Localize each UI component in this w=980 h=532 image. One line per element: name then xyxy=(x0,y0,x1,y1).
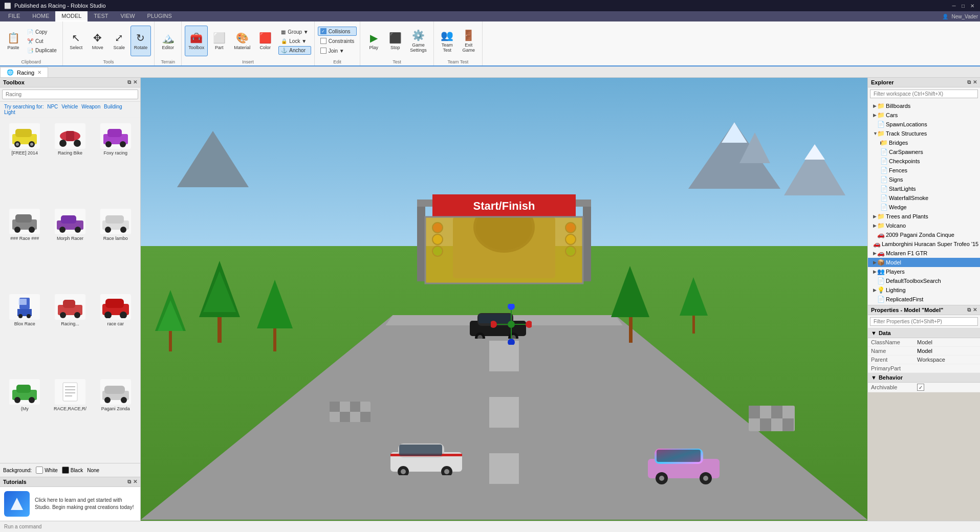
tree-item-volcano[interactable]: ▶ 📁 Volcano xyxy=(868,221,980,230)
tree-item-trees-and-plants[interactable]: ▶ 📁 Trees and Plants xyxy=(868,212,980,221)
explorer-filter-input[interactable] xyxy=(870,90,978,98)
tab-plugins[interactable]: PLUGINS xyxy=(141,11,178,21)
tree-item-spawnlocations[interactable]: 📄 SpawnLocations xyxy=(868,120,980,129)
tab-test[interactable]: TEST xyxy=(88,11,114,21)
tree-item-lamborghini-huracan-super-trofeo-'15[interactable]: 🚗 Lamborghini Huracan Super Trofeo '15 xyxy=(868,239,980,249)
tree-item-billboards[interactable]: ▶ 📁 Billboards xyxy=(868,101,980,110)
filter-light[interactable]: Light xyxy=(4,109,15,115)
tree-item-track-structures[interactable]: ▼ 📁 Track Structures xyxy=(868,129,980,138)
expand-3[interactable]: ▼ xyxy=(870,131,877,136)
expand-18[interactable]: ▶ xyxy=(870,269,877,274)
tab-close-button[interactable]: ✕ xyxy=(37,70,41,75)
tree-item-carspawners[interactable]: 📄 CarSpawners xyxy=(868,147,980,157)
terrain-editor-button[interactable]: 🏔️ Editor xyxy=(158,26,178,56)
move-button[interactable]: ✥ Move xyxy=(88,26,108,56)
explorer-popout-button[interactable]: ⧉ xyxy=(967,79,971,85)
expand-12[interactable]: ▶ xyxy=(870,214,877,219)
expand-20[interactable]: ▶ xyxy=(870,287,877,293)
exit-game-button[interactable]: 🚪 ExitGame xyxy=(459,26,479,56)
tutorials-popout-button[interactable]: ⧉ xyxy=(127,479,131,485)
prop-name-input[interactable] xyxy=(917,348,977,354)
game-settings-button[interactable]: ⚙️ GameSettings xyxy=(406,26,430,56)
toolbox-item-2[interactable]: Foxy racing xyxy=(94,121,137,204)
properties-close-button[interactable]: ✕ xyxy=(973,307,977,313)
expand-17[interactable]: ▶ xyxy=(870,260,877,265)
expand-16[interactable]: ▶ xyxy=(870,251,877,256)
filter-building[interactable]: Building xyxy=(104,104,122,109)
toolbox-item-8[interactable]: race car xyxy=(94,292,137,375)
tree-item-mclaren-f1-gtr[interactable]: ▶ 🚗 Mclaren F1 GTR xyxy=(868,249,980,258)
tree-item-bridges[interactable]: ▶ 📁 Bridges xyxy=(868,138,980,147)
command-input[interactable] xyxy=(4,524,976,529)
toolbox-button[interactable]: 🧰 Toolbox xyxy=(185,26,208,56)
data-section-header[interactable]: ▼ Data xyxy=(868,328,980,338)
tree-item-signs[interactable]: 📄 Signs xyxy=(868,175,980,184)
properties-popout-button[interactable]: ⧉ xyxy=(967,307,971,313)
expand-4[interactable]: ▶ xyxy=(870,140,880,145)
toolbox-close-button[interactable]: ✕ xyxy=(133,79,137,85)
collisions-button[interactable]: ✓ Collisions xyxy=(318,27,357,36)
toolbox-item-0[interactable]: [FREE] 2014 xyxy=(3,121,47,204)
team-test-button[interactable]: 👥 TeamTest xyxy=(437,26,458,56)
tutorials-close-button[interactable]: ✕ xyxy=(133,479,137,485)
tree-item-startlights[interactable]: 📄 StartLights xyxy=(868,184,980,193)
tree-item-lighting[interactable]: ▶ 💡 Lighting xyxy=(868,285,980,295)
archivable-checkbox[interactable] xyxy=(917,384,924,391)
lock-button[interactable]: 🔒 Lock ▼ xyxy=(278,37,311,46)
toolbox-item-6[interactable]: Blox Race xyxy=(3,292,47,375)
tab-view[interactable]: VIEW xyxy=(114,11,141,21)
tree-item-cars[interactable]: ▶ 📁 Cars xyxy=(868,110,980,120)
viewport[interactable]: Start/Finish xyxy=(141,78,867,521)
properties-filter-input[interactable] xyxy=(870,317,978,326)
maximize-button[interactable]: □ xyxy=(960,2,967,9)
toolbox-popout-button[interactable]: ⧉ xyxy=(127,79,131,85)
bg-black-option[interactable]: Black xyxy=(62,467,83,474)
paste-button[interactable]: 📋 Paste xyxy=(3,26,24,56)
racing-tab[interactable]: 🌐 Racing ✕ xyxy=(0,67,48,77)
expand-0[interactable]: ▶ xyxy=(870,103,877,108)
rotate-button[interactable]: ↻ Rotate xyxy=(130,26,151,56)
behavior-section-header[interactable]: ▼ Behavior xyxy=(868,373,980,383)
color-button[interactable]: 🟥 Color xyxy=(255,26,275,56)
toolbox-item-4[interactable]: Morph Racer xyxy=(49,206,92,290)
tree-item-2009-pagani-zonda-cinque[interactable]: 🚗 2009 Pagani Zonda Cinque xyxy=(868,230,980,239)
bg-none-option[interactable]: None xyxy=(87,468,99,473)
minimize-button[interactable]: ─ xyxy=(950,2,957,9)
toolbox-item-10[interactable]: RACE,RACE,R/ xyxy=(49,376,92,460)
close-button[interactable]: ✕ xyxy=(969,2,976,9)
select-button[interactable]: ↖ Select xyxy=(66,26,86,56)
filter-weapon[interactable]: Weapon xyxy=(81,104,100,109)
tab-home[interactable]: HOME xyxy=(26,11,55,21)
copy-button[interactable]: 📄 Copy xyxy=(25,28,59,36)
material-button[interactable]: 🎨 Material xyxy=(230,26,254,56)
expand-1[interactable]: ▶ xyxy=(870,113,877,118)
tree-item-replicatedfirst[interactable]: 📄 ReplicatedFirst xyxy=(868,295,980,304)
play-button[interactable]: ▶ Play xyxy=(363,26,384,56)
filter-npc[interactable]: NPC xyxy=(47,104,58,109)
bg-white-option[interactable]: White xyxy=(36,467,58,474)
part-button[interactable]: ⬜ Part xyxy=(209,26,229,56)
tree-item-waterfallsmoke[interactable]: 📄 WaterfallSmoke xyxy=(868,193,980,203)
scale-button[interactable]: ⤢ Scale xyxy=(109,26,129,56)
toolbox-item-11[interactable]: Pagani Zonda xyxy=(94,376,137,460)
toolbox-item-5[interactable]: Race lambo xyxy=(94,206,137,290)
join-button[interactable]: Join ▼ xyxy=(318,46,357,55)
stop-button[interactable]: ⬛ Stop xyxy=(385,26,405,56)
toolbox-item-1[interactable]: Racing Bike xyxy=(49,121,92,204)
tab-file[interactable]: FILE xyxy=(2,11,26,21)
cut-button[interactable]: ✂️ Cut xyxy=(25,37,59,46)
tab-model[interactable]: MODEL xyxy=(55,11,88,21)
toolbox-item-3[interactable]: ### Race ### xyxy=(3,206,47,290)
expand-13[interactable]: ▶ xyxy=(870,223,877,228)
tree-item-checkpoints[interactable]: 📄 Checkpoints xyxy=(868,157,980,166)
constraints-button[interactable]: Constraints xyxy=(318,36,357,46)
group-button[interactable]: ▦ Group ▼ xyxy=(278,28,311,36)
toolbox-item-7[interactable]: Racing... xyxy=(49,292,92,375)
duplicate-button[interactable]: 📑 Duplicate xyxy=(25,46,59,55)
filter-vehicle[interactable]: Vehicle xyxy=(61,104,78,109)
toolbox-search-input[interactable] xyxy=(2,90,138,99)
toolbox-item-9[interactable]: (My xyxy=(3,376,47,460)
tree-item-defaulttoolboxsearch[interactable]: 📄 DefaultToolboxSearch xyxy=(868,276,980,285)
anchor-button[interactable]: ⚓ Anchor xyxy=(278,46,311,55)
tutorials-content[interactable]: Click here to learn and get started with… xyxy=(0,487,140,521)
